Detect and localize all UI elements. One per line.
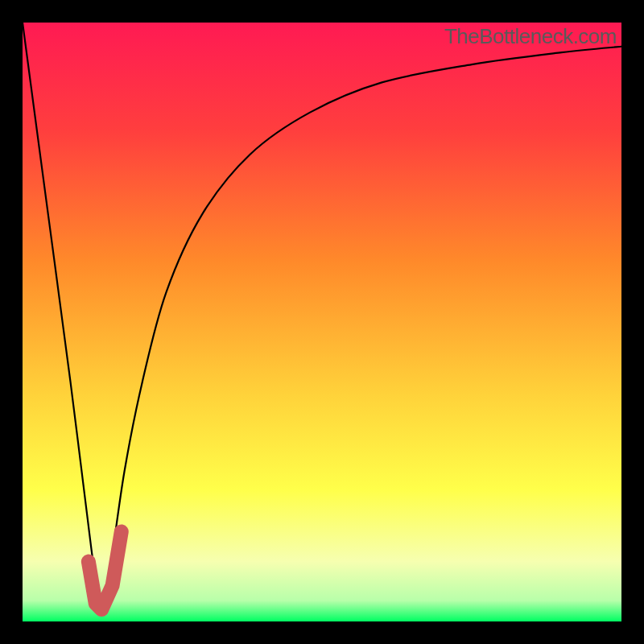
bottleneck-curve bbox=[23, 23, 621, 610]
plot-area: TheBottleneck.com bbox=[23, 23, 621, 621]
chart-frame: TheBottleneck.com bbox=[0, 0, 644, 644]
recommended-region-marker bbox=[89, 531, 122, 609]
curves-layer bbox=[23, 23, 621, 621]
